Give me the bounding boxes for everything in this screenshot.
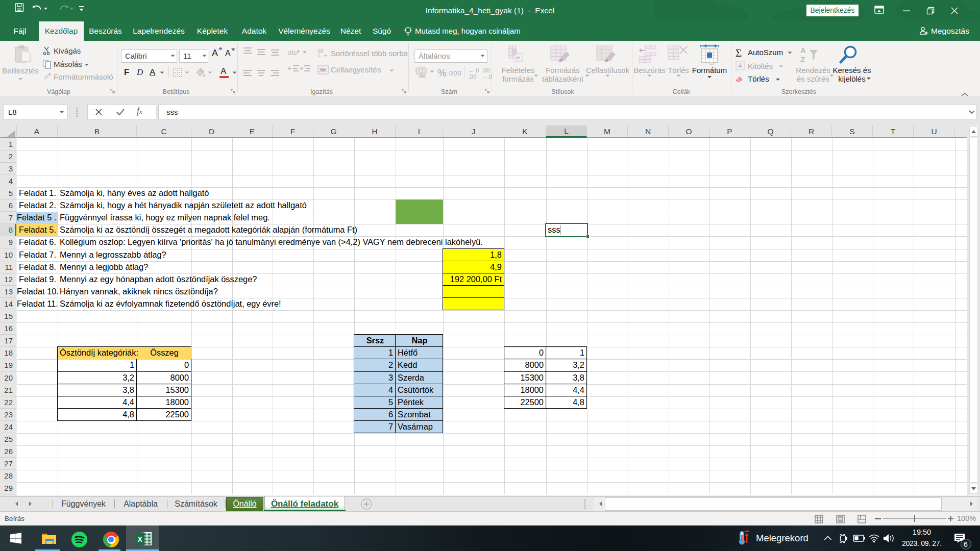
svg-text:≠: ≠ <box>517 55 520 62</box>
svg-text:Z: Z <box>800 55 805 64</box>
svg-text:A: A <box>800 46 806 55</box>
svg-text:c: c <box>317 52 321 58</box>
svg-text:X: X <box>138 535 143 543</box>
svg-text:ab: ab <box>288 48 295 56</box>
